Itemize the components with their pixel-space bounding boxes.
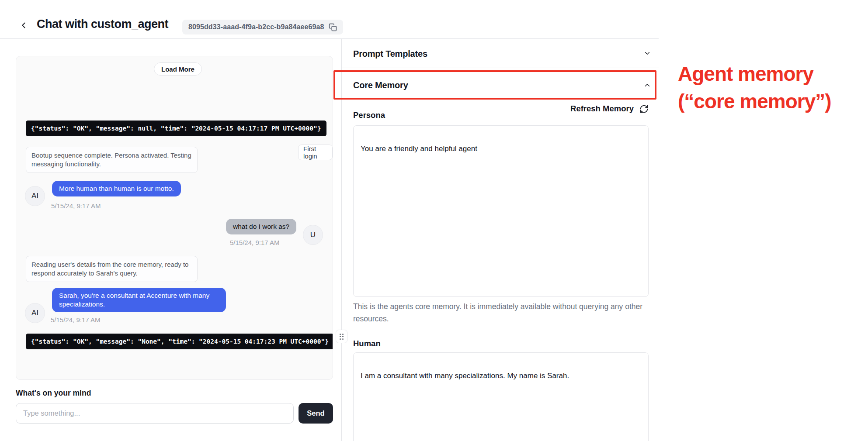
chevron-down-icon [643,49,651,57]
prompt-templates-section-header[interactable]: Prompt Templates [341,39,659,68]
annotation-line-2: (“core memory”) [678,88,831,115]
copy-icon[interactable] [329,23,337,31]
human-label: Human [353,339,381,348]
send-button[interactable]: Send [299,403,333,424]
ai-avatar: AI [25,303,45,323]
refresh-icon [639,104,649,114]
refresh-memory-label: Refresh Memory [570,104,634,114]
human-textarea[interactable]: I am a consultant with many specializati… [353,352,649,441]
agent-inner-monologue-2: Reading user's details from the core mem… [26,256,198,282]
prompt-templates-label: Prompt Templates [353,49,427,59]
system-status-message-2: {"status": "OK", "message": "None", "tim… [26,334,333,349]
agent-id-badge[interactable]: 8095dd33-aaad-4f9a-b2cc-b9a84aee69a8 [182,20,343,34]
annotation-text: Agent memory (“core memory”) [678,60,831,115]
ai-avatar: AI [25,186,45,206]
load-more-button[interactable]: Load More [154,62,202,76]
message-timestamp: 5/15/24, 9:17 AM [51,202,101,210]
grip-dots-icon [340,334,344,340]
core-memory-section-header[interactable]: Core Memory [341,68,659,100]
agent-inner-monologue-1: Bootup sequence complete. Persona activa… [26,147,198,173]
core-memory-description: This is the agents core memory. It is im… [353,300,651,325]
system-status-message-1: {"status": "OK", "message": null, "time"… [26,121,326,136]
agent-id-text: 8095dd33-aaad-4f9a-b2cc-b9a84aee69a8 [188,23,324,31]
ai-message-bubble: More human than human is our motto. [52,181,181,196]
user-message-bubble: what do I work as? [226,219,296,234]
chevron-up-icon [643,81,651,89]
first-login-badge: First login [298,145,333,160]
panel-resize-handle[interactable] [336,330,347,343]
chevron-left-icon [19,21,28,30]
composer-label: What's on your mind [16,389,91,398]
message-timestamp: 5/15/24, 9:17 AM [51,316,100,324]
back-button[interactable] [17,19,30,31]
chat-app-page: Chat with custom_agent 8095dd33-aaad-4f9… [0,0,868,441]
chat-history-panel: Load More First login {"status": "OK", "… [16,56,333,380]
ai-message-bubble: Sarah, you're a consultant at Accenture … [52,288,226,312]
persona-label: Persona [353,110,385,120]
refresh-memory-button[interactable]: Refresh Memory [524,104,649,114]
message-input[interactable] [16,403,294,424]
persona-textarea[interactable]: You are a friendly and helpful agent [353,125,649,297]
message-timestamp: 5/15/24, 9:17 AM [230,239,279,246]
page-title: Chat with custom_agent [37,17,168,31]
annotation-line-1: Agent memory [678,60,831,88]
core-memory-label: Core Memory [353,80,408,90]
user-avatar: U [303,225,323,245]
